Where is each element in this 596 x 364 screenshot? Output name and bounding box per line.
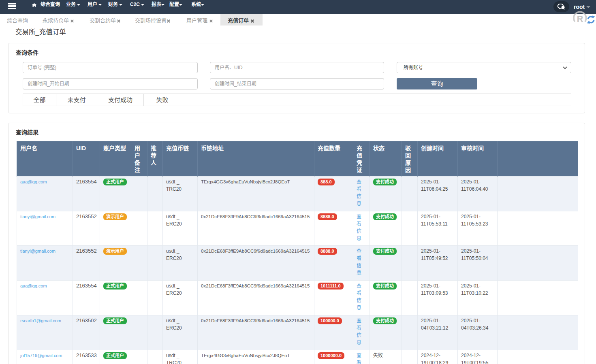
svg-text:R: R xyxy=(577,14,583,24)
